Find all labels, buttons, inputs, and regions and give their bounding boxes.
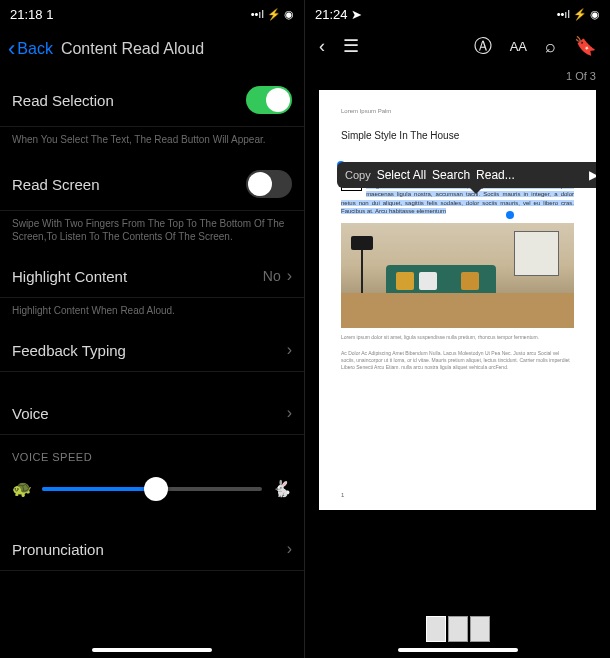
label-read-screen: Read Screen — [12, 176, 100, 193]
pen-icon[interactable]: Ⓐ — [474, 34, 492, 58]
status-bar: 21:18 1 ••ıl ⚡ ◉ — [0, 0, 304, 24]
slider-fill — [42, 487, 156, 491]
status-icons: ••ıl ⚡ ◉ — [251, 8, 294, 21]
document-page[interactable]: Lorem Ipsum Palm Simple Style In The Hou… — [319, 90, 596, 510]
label-voice: Voice — [12, 405, 49, 422]
selection-handle-end[interactable] — [506, 211, 514, 219]
label-highlight: Highlight Content — [12, 268, 127, 285]
page-title: Content Read Aloud — [61, 40, 204, 58]
turtle-icon: 🐢 — [12, 479, 32, 498]
status-bar: 21:24 ➤ ••ıl ⚡ ◉ — [305, 0, 610, 24]
cushion — [396, 272, 414, 290]
page-number: 1 — [341, 492, 344, 498]
search-icon[interactable]: ⌕ — [545, 36, 556, 57]
room-floor — [341, 293, 574, 328]
desc-read-selection: When You Select The Text, The Read Butto… — [0, 127, 304, 158]
menu-search[interactable]: Search — [432, 168, 470, 182]
nav-bar: ‹ Back Content Read Aloud — [0, 24, 304, 74]
rabbit-icon: 🐇 — [272, 479, 292, 498]
back-icon[interactable]: ‹ — [319, 36, 325, 57]
menu-copy[interactable]: Copy — [345, 169, 371, 181]
status-time: 21:24 ➤ — [315, 7, 362, 22]
row-voice[interactable]: Voice › — [0, 392, 304, 435]
row-read-screen[interactable]: Read Screen — [0, 158, 304, 211]
page-thumbnails — [426, 616, 490, 642]
value-highlight: No — [263, 268, 281, 284]
image-caption: Lorem ipsum dolor sit amet, ligula suspe… — [341, 334, 574, 340]
bookmark-icon[interactable]: 🔖 — [574, 35, 596, 57]
menu-more-icon[interactable]: ▶ — [589, 168, 596, 182]
page-counter: 1 Of 3 — [305, 68, 610, 84]
label-read-selection: Read Selection — [12, 92, 114, 109]
speed-slider-track[interactable] — [42, 487, 262, 491]
chevron-right-icon: › — [287, 540, 292, 558]
thumb-page-3[interactable] — [470, 616, 490, 642]
chevron-right-icon: › — [287, 404, 292, 422]
row-pronunciation[interactable]: Pronunciation › — [0, 528, 304, 571]
menu-read[interactable]: Read... — [476, 168, 515, 182]
doc-title: Simple Style In The House — [341, 130, 574, 141]
label-feedback: Feedback Typing — [12, 342, 126, 359]
row-highlight[interactable]: Highlight Content No› — [0, 255, 304, 298]
header-voice-speed: VOICE SPEED — [0, 435, 304, 469]
toggle-read-screen[interactable] — [246, 170, 292, 198]
back-button[interactable]: Back — [17, 40, 53, 58]
thumb-page-2[interactable] — [448, 616, 468, 642]
cushion — [461, 272, 479, 290]
thumb-page-1[interactable] — [426, 616, 446, 642]
home-indicator[interactable] — [398, 648, 518, 652]
chevron-right-icon: › — [287, 341, 292, 359]
home-indicator[interactable] — [92, 648, 212, 652]
back-chevron-icon[interactable]: ‹ — [8, 36, 15, 62]
room-window — [514, 231, 559, 276]
row-feedback[interactable]: Feedback Typing › — [0, 329, 304, 372]
settings-list: Read Selection When You Select The Text,… — [0, 74, 304, 571]
cushion — [419, 272, 437, 290]
settings-pane: 21:18 1 ••ıl ⚡ ◉ ‹ Back Content Read Alo… — [0, 0, 305, 658]
text-selection-menu: Copy Select All Search Read... ▶ — [337, 162, 596, 188]
reader-toolbar: ‹ ☰ Ⓐ AA ⌕ 🔖 — [305, 24, 610, 68]
room-lamp — [361, 248, 363, 298]
reader-pane: 21:24 ➤ ••ıl ⚡ ◉ ‹ ☰ Ⓐ AA ⌕ 🔖 1 Of 3 Lor… — [305, 0, 610, 658]
status-time: 21:18 1 — [10, 7, 53, 22]
menu-select-all[interactable]: Select All — [377, 168, 426, 182]
toggle-read-selection[interactable] — [246, 86, 292, 114]
status-icons: ••ıl ⚡ ◉ — [557, 8, 600, 21]
doc-image — [341, 223, 574, 328]
row-read-selection[interactable]: Read Selection — [0, 74, 304, 127]
chevron-right-icon: › — [287, 267, 292, 284]
slider-voice-speed[interactable]: 🐢 🐇 — [0, 469, 304, 508]
doc-paragraph-2: Ac Dolor Ac Adipiscing Amet Bibendum Nul… — [341, 350, 574, 371]
font-icon[interactable]: AA — [510, 39, 527, 54]
slider-thumb[interactable] — [144, 477, 168, 501]
doc-header: Lorem Ipsum Palm — [341, 108, 574, 114]
label-pronunciation: Pronunciation — [12, 541, 104, 558]
desc-read-screen: Swipe With Two Fingers From The Top To T… — [0, 211, 304, 255]
desc-highlight: Highlight Content When Read Aloud. — [0, 298, 304, 329]
list-icon[interactable]: ☰ — [343, 35, 359, 57]
